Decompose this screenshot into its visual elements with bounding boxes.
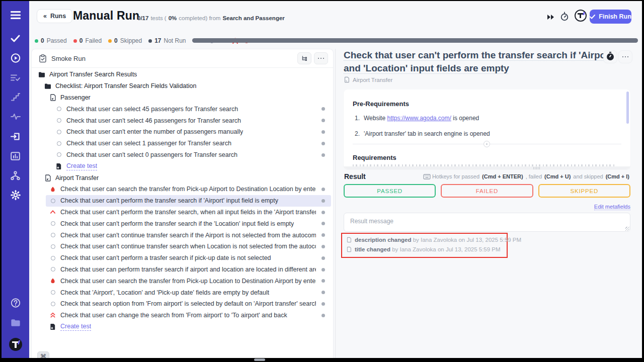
panel-divider[interactable]: [335, 49, 336, 358]
file-plus-icon: [55, 163, 62, 170]
more-dots-icon: [318, 58, 325, 59]
back-to-runs-button[interactable]: « Runs: [37, 9, 72, 23]
critical-priority-icon: [49, 312, 56, 319]
list-check-icon[interactable]: [11, 72, 21, 82]
source-plan-name: Search and Passenger: [222, 15, 284, 21]
help-icon[interactable]: [11, 298, 21, 308]
gear-icon[interactable]: [11, 190, 21, 200]
result-dot-icon: [321, 130, 325, 134]
test-row[interactable]: Check that user can't perform a trasfer …: [32, 252, 333, 264]
not-run-status-icon: [55, 128, 62, 135]
suite-breadcrumb[interactable]: Airport Transfer: [344, 76, 392, 83]
tree-suite-row[interactable]: Passenger: [32, 92, 333, 104]
tree-suite-row[interactable]: Airport Transfer: [32, 172, 333, 184]
not-run-status-icon: [49, 197, 56, 204]
command-shortcut-button[interactable]: ⌘: [37, 351, 49, 358]
tree-folder-row[interactable]: Airport Transfer Search Results: [32, 69, 333, 80]
document-icon: [347, 237, 352, 243]
report-chart-icon[interactable]: [11, 151, 21, 161]
steps-icon[interactable]: [11, 92, 21, 102]
horizontal-scrollbar-thumb[interactable]: [254, 358, 265, 361]
folder-icon: [38, 71, 45, 78]
timer-icon[interactable]: [560, 12, 569, 21]
test-row[interactable]: Check that 'Airport', 'Location' and 'Pi…: [32, 287, 333, 298]
test-row[interactable]: Check that user can't select 0 passenger…: [32, 149, 333, 161]
folder-icon[interactable]: [11, 318, 21, 328]
timer-button[interactable]: [603, 50, 617, 63]
check-icon[interactable]: [11, 33, 21, 43]
result-dot-icon: [321, 222, 325, 225]
document-icon: [49, 94, 56, 101]
tree-folder-row[interactable]: Checklist: Airport Transfer Search Field…: [32, 80, 333, 92]
skipped-button[interactable]: SKIPPED: [538, 184, 630, 198]
test-row[interactable]: Check that user can't perform the transf…: [32, 207, 333, 218]
result-dot-icon: [321, 233, 325, 237]
test-row[interactable]: Check that user can search the transfer …: [32, 184, 333, 195]
finish-run-button[interactable]: Finish Run: [590, 10, 631, 24]
main-sidebar: [2, 1, 29, 358]
skipped-counter: 0Skipped: [108, 37, 142, 44]
not-run-status-icon: [49, 232, 56, 239]
more-dots-icon: [622, 56, 629, 58]
test-row[interactable]: Check that user can perform transfer sea…: [32, 264, 333, 276]
create-test-link[interactable]: Create test: [32, 160, 333, 172]
test-row[interactable]: Check that user can't select 46 passenge…: [32, 115, 333, 126]
test-row-selected[interactable]: Check that user can't perform the transf…: [32, 195, 333, 207]
subtitle-text: tests (: [150, 15, 166, 21]
result-dot-icon: [321, 119, 325, 122]
prereq-item-1: 1. Website https://www.agoda.com/ is ope…: [355, 115, 479, 122]
menu-icon[interactable]: [11, 10, 21, 20]
run-enter-icon[interactable]: [11, 131, 21, 141]
document-icon: [344, 76, 350, 83]
tree-view-button[interactable]: [297, 52, 311, 64]
resize-grip-icon[interactable]: [533, 167, 540, 169]
test-row[interactable]: Check that user can search the transfer …: [32, 275, 333, 287]
not-run-status-icon: [49, 254, 56, 261]
create-test-link[interactable]: Create test: [32, 321, 333, 333]
test-tree-panel: Smoke Run Airport Transfer Search Result…: [31, 49, 334, 358]
run-progress-subtitle: 0/17 tests ( 0% completed) from Search a…: [137, 15, 285, 21]
tree-more-options-button[interactable]: [314, 52, 328, 64]
collapse-handle-icon[interactable]: [484, 141, 490, 147]
passed-counter: 0Passed: [35, 37, 67, 44]
play-circle-icon[interactable]: [11, 53, 21, 63]
not-run-status-icon: [49, 300, 56, 307]
fast-forward-icon[interactable]: [547, 13, 556, 22]
result-message-input[interactable]: [344, 213, 630, 232]
blocker-priority-icon: [49, 278, 56, 285]
test-row[interactable]: Check that user can't continue transfer …: [32, 229, 333, 241]
card-scroll-shadow: [344, 166, 630, 169]
result-dot-icon: [321, 268, 325, 272]
failed-counter: 0Failed: [73, 37, 102, 44]
keyboard-icon: [423, 174, 431, 179]
subtitle-text: completed) from: [179, 15, 220, 21]
sidebar-nav: [11, 33, 21, 200]
edit-metafields-link[interactable]: Edit metafields: [594, 204, 630, 210]
requirements-heading: Requirements: [353, 154, 396, 161]
high-priority-icon: [49, 209, 56, 216]
result-dot-icon: [321, 188, 325, 191]
branch-icon[interactable]: [11, 170, 21, 180]
detail-more-options-button[interactable]: [618, 50, 632, 63]
passed-button[interactable]: PASSED: [344, 184, 436, 198]
pre-requirements-heading: Pre-Requirements: [353, 100, 409, 108]
failed-button[interactable]: FAILED: [441, 184, 533, 198]
description-scrollbar[interactable]: [626, 92, 629, 124]
notrun-counter: 17Not Run: [148, 37, 186, 44]
agoda-link[interactable]: https://www.agoda.com/: [387, 115, 451, 122]
activity-icon[interactable]: [11, 112, 21, 122]
test-row[interactable]: Check that user can change the search fr…: [32, 310, 333, 321]
test-row[interactable]: Check that user can select 45 passengers…: [32, 103, 333, 115]
test-title[interactable]: Check that user can't perform the transf…: [344, 49, 618, 74]
test-row[interactable]: Check that user can't perform the transf…: [32, 218, 333, 229]
test-row[interactable]: Check that search option from 'From airp…: [32, 298, 333, 310]
stopwatch-dark-icon: [607, 53, 614, 60]
passed-dot-icon: [35, 39, 38, 43]
test-row[interactable]: Check that user can't enter the number o…: [32, 126, 333, 138]
document-icon: [347, 246, 352, 252]
test-row[interactable]: Check that user can't continue transfer …: [32, 241, 333, 252]
test-row[interactable]: Check that user can select 1 passenger f…: [32, 138, 333, 149]
avatar-t-logo[interactable]: [9, 338, 22, 351]
user-avatar[interactable]: [575, 10, 587, 22]
result-dot-icon: [321, 245, 325, 248]
